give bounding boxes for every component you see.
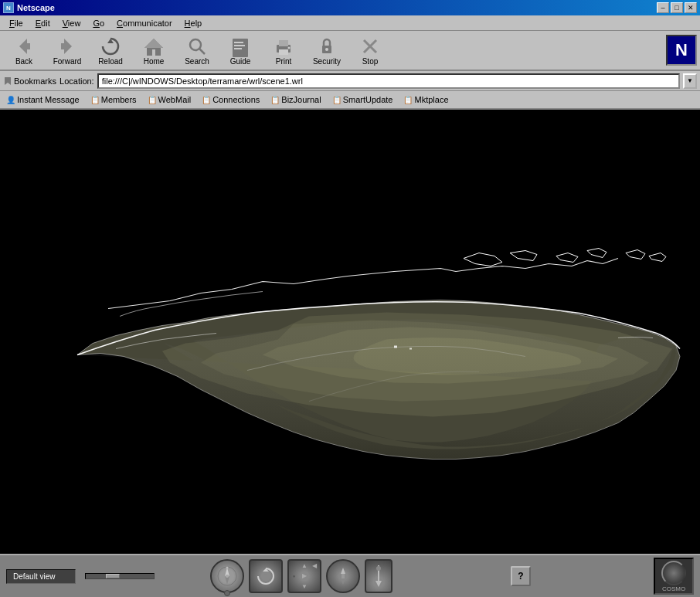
connections-icon: 📋 (202, 96, 211, 104)
netscape-logo: N (666, 35, 697, 66)
nav-controls: ▲ ◀ ● ▶ ▼ (210, 559, 392, 593)
menu-go[interactable]: Go (87, 17, 110, 29)
svg-marker-2 (64, 39, 72, 54)
reload-label: Reload (98, 57, 123, 66)
location-dropdown[interactable]: ▼ (683, 73, 697, 89)
slide-control[interactable]: ▲ ◀ ● ▶ ▼ (287, 559, 321, 593)
stop-icon (359, 36, 381, 57)
location-input[interactable] (97, 73, 680, 89)
svg-rect-11 (234, 45, 245, 46)
look-icon (331, 565, 355, 588)
personal-mktplace[interactable]: 📋 Mktplace (400, 93, 451, 106)
main-content[interactable] (0, 110, 700, 554)
reload-icon (100, 36, 121, 57)
maximize-button[interactable]: □ (671, 2, 683, 13)
smartupdate-label: SmartUpdate (343, 95, 393, 104)
close-button[interactable]: ✕ (685, 2, 697, 13)
walk-control[interactable] (249, 559, 283, 593)
personal-toolbar: 👤 Instant Message 📋 Members 📋 WebMail 📋 … (0, 91, 700, 110)
connections-label: Connections (212, 95, 260, 104)
print-label: Print (276, 57, 292, 66)
webmail-label: WebMail (158, 95, 192, 104)
instant-message-icon: 👤 (6, 96, 15, 104)
bookmarks-label: Bookmarks (14, 76, 56, 86)
titlebar: N Netscape – □ ✕ (0, 0, 700, 15)
location-label: Location: (59, 76, 94, 86)
gravity-control[interactable] (365, 559, 392, 593)
titlebar-title: Netscape (17, 3, 55, 12)
svg-point-18 (325, 48, 328, 51)
svg-rect-27 (394, 346, 397, 348)
down-arrow: ▼ (301, 583, 308, 590)
svg-point-35 (263, 574, 268, 578)
search-label: Search (185, 57, 209, 66)
menu-view[interactable]: View (56, 17, 87, 29)
compass-dot[interactable] (224, 590, 230, 596)
back-button[interactable]: Back (3, 32, 45, 68)
stop-button[interactable]: Stop (349, 32, 391, 68)
gravity-icon (369, 562, 388, 590)
personal-members[interactable]: 📋 Members (87, 93, 140, 106)
stop-label: Stop (362, 57, 379, 66)
minimize-button[interactable]: – (657, 2, 669, 13)
view-label: Default view (6, 569, 76, 584)
compass-control[interactable] (210, 559, 244, 593)
svg-rect-3 (61, 43, 64, 49)
forward-label: Forward (53, 57, 82, 66)
right-arrow: ▶ (302, 572, 307, 579)
home-label: Home (144, 57, 165, 66)
scroll-controls (85, 573, 155, 579)
reload-button[interactable]: Reload (90, 32, 131, 68)
personal-bizjournal[interactable]: 📋 BizJournal (267, 93, 324, 106)
titlebar-buttons: – □ ✕ (657, 2, 697, 13)
security-label: Security (313, 57, 341, 66)
forward-icon (56, 36, 78, 57)
svg-point-16 (288, 46, 291, 49)
titlebar-left: N Netscape (3, 2, 55, 13)
home-button[interactable]: Home (133, 32, 175, 68)
mktplace-icon: 📋 (403, 96, 413, 104)
personal-smartupdate[interactable]: 📋 SmartUpdate (329, 93, 396, 106)
compass-icon (216, 565, 239, 588)
svg-rect-12 (234, 48, 242, 49)
netscape-icon: N (3, 2, 14, 13)
bizjournal-icon: 📋 (270, 96, 280, 104)
members-icon: 📋 (90, 96, 100, 104)
smartupdate-icon: 📋 (332, 96, 342, 104)
menu-help[interactable]: Help (178, 17, 209, 29)
left-arrow: ◀ (312, 562, 317, 569)
svg-rect-15 (279, 49, 288, 55)
back-icon (13, 36, 35, 57)
horizontal-slider[interactable] (85, 573, 155, 579)
svg-marker-0 (19, 39, 27, 54)
svg-marker-36 (341, 568, 345, 574)
webmail-icon: 📋 (148, 96, 157, 104)
svg-point-33 (226, 567, 229, 569)
svg-marker-37 (341, 578, 345, 585)
walk-icon (253, 564, 278, 589)
menu-edit[interactable]: Edit (29, 17, 56, 29)
locationbar: Bookmarks Location: ▼ (0, 71, 700, 91)
menu-communicator[interactable]: Communicator (110, 17, 178, 29)
personal-connections[interactable]: 📋 Connections (199, 93, 263, 106)
home-icon (143, 36, 165, 57)
forward-button[interactable]: Forward (46, 32, 88, 68)
netscape-n: N (675, 40, 688, 60)
svg-rect-28 (409, 348, 412, 350)
back-label: Back (15, 57, 32, 66)
security-button[interactable]: Security (306, 32, 348, 68)
members-label: Members (101, 95, 137, 104)
personal-instant-message[interactable]: 👤 Instant Message (3, 93, 83, 106)
bizjournal-label: BizJournal (281, 95, 321, 104)
look-control[interactable] (326, 559, 360, 593)
svg-rect-14 (279, 40, 288, 46)
search-button[interactable]: Search (176, 32, 218, 68)
bottom-bar: Default view (0, 554, 700, 597)
bookmarks-button[interactable]: Bookmarks (3, 76, 56, 86)
personal-webmail[interactable]: 📋 WebMail (144, 93, 195, 106)
print-button[interactable]: Print (263, 32, 304, 68)
svg-rect-38 (342, 574, 345, 578)
guide-button[interactable]: Guide (219, 32, 261, 68)
help-button[interactable]: ? (511, 566, 531, 586)
menu-file[interactable]: File (3, 17, 29, 29)
